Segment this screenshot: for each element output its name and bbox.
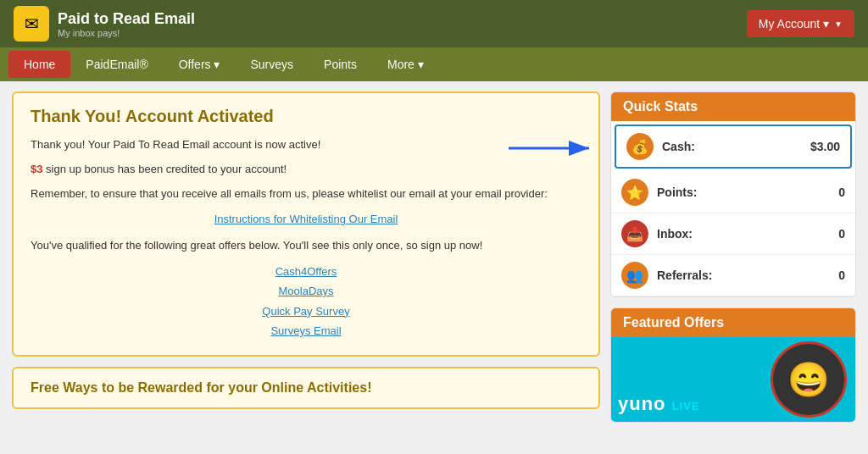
cash-label: Cash: — [662, 140, 802, 153]
main-content: Thank You! Account Activated Thank you! … — [0, 81, 868, 433]
quick-stats-panel: Quick Stats 💰 Cash: $3.00 ⭐ Points: 0 📥 … — [610, 91, 856, 297]
person-avatar: 😄 — [771, 341, 847, 418]
activation-title: Thank You! Account Activated — [31, 107, 581, 126]
featured-offers-header: Featured Offers — [611, 308, 855, 337]
quick-stats-header: Quick Stats — [611, 92, 855, 121]
cash-icon: 💰 — [626, 133, 654, 160]
logo-text: Paid to Read Email My inbox pays! — [58, 10, 195, 38]
points-label: Points: — [657, 185, 830, 199]
offer-links: Cash4Offers MoolaDays Quick Pay Survey S… — [31, 262, 581, 341]
right-sidebar: Quick Stats 💰 Cash: $3.00 ⭐ Points: 0 📥 … — [610, 91, 856, 423]
free-ways-box: Free Ways to be Rewarded for your Online… — [12, 367, 600, 409]
activation-body: Thank you! Your Paid To Read Email accou… — [31, 136, 581, 341]
stat-row-inbox: 📥 Inbox: 0 — [611, 213, 855, 255]
nav-item-surveys[interactable]: Surveys — [235, 51, 309, 78]
activation-line4: You've qualified for the following great… — [31, 237, 581, 255]
yuno-text: yuno LIVE — [618, 393, 700, 415]
featured-offers-content: yuno LIVE 😄 — [611, 337, 855, 422]
brand-tagline: My inbox pays! — [58, 28, 195, 38]
bonus-amount: $3 — [31, 163, 42, 175]
activation-line2: $3 sign up bonus has been credited to yo… — [31, 161, 581, 179]
nav-item-points[interactable]: Points — [309, 51, 372, 78]
inbox-icon: 📥 — [621, 220, 648, 247]
inbox-value: 0 — [838, 227, 845, 241]
bonus-text: sign up bonus has been credited to your … — [42, 163, 287, 175]
stat-row-referrals: 👥 Referrals: 0 — [611, 255, 855, 296]
referrals-icon: 👥 — [621, 262, 648, 289]
points-value: 0 — [838, 185, 845, 199]
nav-item-more[interactable]: More ▾ — [372, 51, 439, 78]
free-ways-title: Free Ways to be Rewarded for your Online… — [31, 380, 581, 396]
points-icon: ⭐ — [621, 179, 648, 206]
activation-line1: Thank you! Your Paid To Read Email accou… — [31, 136, 581, 154]
stat-row-cash: 💰 Cash: $3.00 — [615, 125, 852, 169]
nav-item-home[interactable]: Home — [8, 51, 70, 78]
referrals-label: Referrals: — [657, 269, 830, 282]
offer-link-surveysemail[interactable]: Surveys Email — [31, 321, 581, 340]
nav-item-paidemail[interactable]: PaidEmail® — [70, 51, 163, 78]
referrals-value: 0 — [838, 269, 845, 282]
left-content: Thank You! Account Activated Thank you! … — [12, 91, 600, 423]
activation-box: Thank You! Account Activated Thank you! … — [12, 91, 600, 357]
offer-link-cash4offers[interactable]: Cash4Offers — [31, 262, 581, 281]
logo-icon: ✉ — [14, 6, 49, 42]
offer-link-mooladays[interactable]: MoolaDays — [31, 281, 581, 301]
inbox-label: Inbox: — [657, 227, 830, 241]
nav-item-offers[interactable]: Offers ▾ — [164, 51, 236, 78]
my-account-button[interactable]: My Account ▾ — [747, 10, 854, 37]
offer-link-quickpay[interactable]: Quick Pay Survey — [31, 302, 581, 321]
activation-line3: Remember, to ensure that you receive all… — [31, 185, 581, 203]
yuno-live: LIVE — [672, 400, 700, 412]
logo-area: ✉ Paid to Read Email My inbox pays! — [14, 6, 195, 42]
yuno-branding: yuno LIVE — [618, 393, 700, 415]
brand-name: Paid to Read Email — [58, 10, 195, 28]
page-header: ✉ Paid to Read Email My inbox pays! My A… — [0, 0, 868, 47]
main-nav: Home PaidEmail® Offers ▾ Surveys Points … — [0, 47, 868, 81]
whitelist-link[interactable]: Instructions for Whitelisting Our Email — [31, 211, 581, 229]
stat-row-points: ⭐ Points: 0 — [611, 172, 855, 213]
featured-offers-panel: Featured Offers yuno LIVE 😄 — [610, 307, 856, 423]
cash-value: $3.00 — [810, 140, 840, 153]
